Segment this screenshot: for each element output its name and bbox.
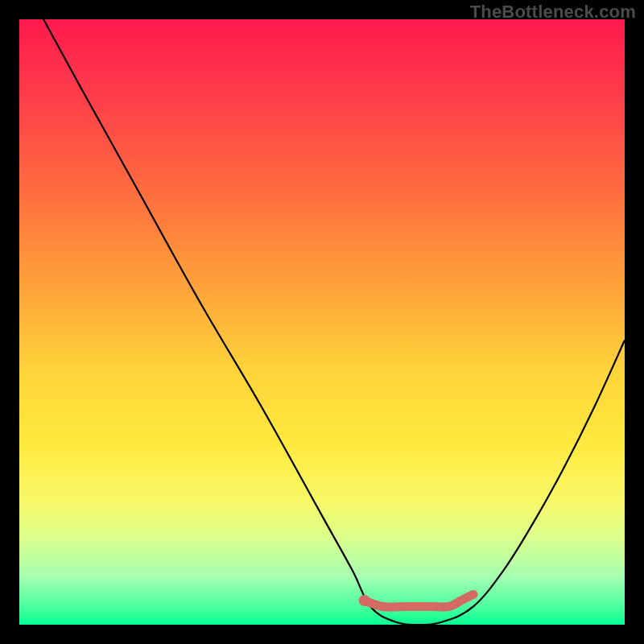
plot-area <box>19 19 625 625</box>
chart-svg <box>19 19 625 625</box>
watermark-text: TheBottleneck.com <box>470 2 636 23</box>
chart-container: TheBottleneck.com <box>0 0 644 644</box>
bottleneck-curve-path <box>43 19 625 625</box>
highlight-range-path <box>365 594 473 607</box>
highlight-start-dot <box>359 595 370 606</box>
